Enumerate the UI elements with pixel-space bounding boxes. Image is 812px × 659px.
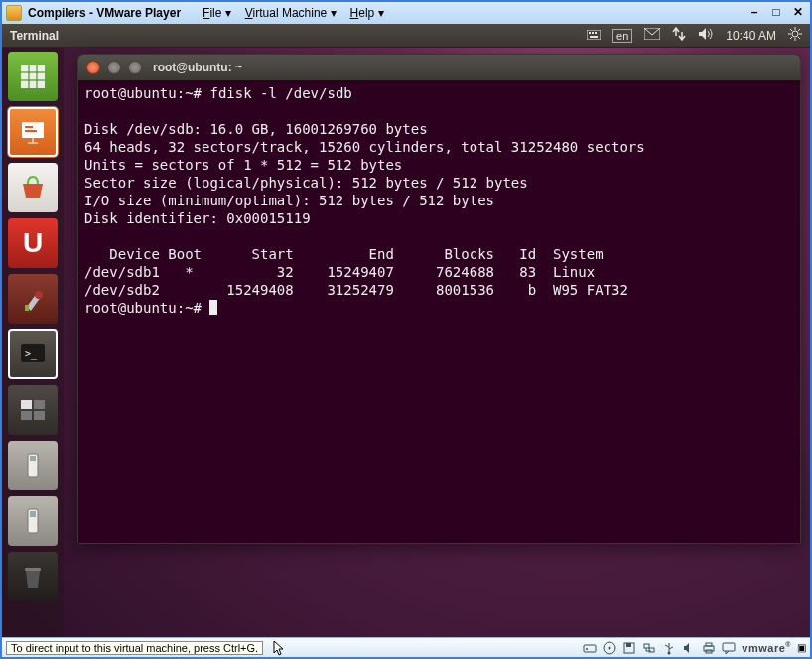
terminal-window[interactable]: root@ubuntu: ~ root@ubuntu:~# fdisk -l /… [77,54,801,544]
vmware-status-bar: To direct input to this virtual machine,… [2,637,810,657]
svg-rect-1 [589,32,591,34]
svg-rect-31 [21,411,32,420]
vmware-input-hint: To direct input to this virtual machine,… [6,641,263,655]
svg-point-41 [609,646,611,649]
ubuntu-top-bar: Terminal en 10:40 AM [2,24,810,48]
ubuntu-one-glyph: U [23,227,43,259]
vmware-logo: vmware® [742,641,791,654]
mail-indicator-icon[interactable] [644,28,660,43]
svg-rect-3 [595,32,597,34]
terminal-titlebar[interactable]: root@ubuntu: ~ [78,55,800,80]
svg-rect-38 [584,645,596,652]
vmware-window-title: Compilers - VMware Player [28,6,181,20]
svg-rect-4 [590,36,598,38]
terminal-command: fdisk -l /dev/sdb [209,85,351,101]
svg-rect-51 [706,643,712,646]
svg-point-39 [586,648,588,650]
guest-desktop[interactable]: Terminal en 10:40 AM U >_ [2,24,810,637]
tray-sound-icon[interactable] [682,641,696,655]
terminal-close-button[interactable] [86,61,100,74]
vmware-menu-help[interactable]: Help ▾ [344,5,390,21]
tray-floppy-icon[interactable] [622,641,636,655]
svg-rect-43 [626,643,631,647]
tray-usb-icon[interactable] [662,641,676,655]
keyboard-indicator-icon[interactable] [587,29,601,43]
terminal-prompt-2: root@ubuntu:~# [84,300,202,316]
svg-point-25 [35,291,43,299]
session-gear-icon[interactable] [788,27,802,44]
svg-rect-22 [25,130,37,132]
svg-rect-21 [25,126,33,128]
vmware-maximize-button[interactable]: □ [768,6,784,20]
svg-rect-32 [34,411,45,420]
terminal-prompt: root@ubuntu:~# [84,85,202,101]
vmware-minimize-button[interactable]: – [746,6,762,20]
launcher-libreoffice-calc[interactable] [8,52,58,101]
clock[interactable]: 10:40 AM [726,29,776,43]
active-app-label: Terminal [10,29,59,43]
terminal-body[interactable]: root@ubuntu:~# fdisk -l /dev/sdb Disk /d… [78,80,800,543]
tray-cd-icon[interactable] [603,641,616,655]
launcher-terminal[interactable]: >_ [8,330,58,379]
svg-line-12 [798,37,800,39]
svg-rect-36 [30,511,36,517]
svg-line-14 [790,37,792,39]
launcher-software-center[interactable] [8,163,58,212]
svg-line-13 [798,29,800,31]
vmware-expand-icon[interactable]: ▣ [797,642,806,653]
launcher-libreoffice-impress[interactable] [8,107,58,157]
svg-rect-53 [723,643,735,651]
vmware-menu-vm[interactable]: Virtual Machine ▾ [239,5,342,21]
vmware-close-button[interactable]: ✕ [790,6,806,20]
terminal-title: root@ubuntu: ~ [153,61,242,74]
tray-hdd-icon[interactable] [583,641,597,655]
svg-rect-26 [25,305,29,311]
svg-rect-2 [592,32,594,34]
launcher-ubuntu-one[interactable]: U [8,218,58,268]
tray-message-icon[interactable] [722,641,736,655]
terminal-maximize-button[interactable] [128,61,142,74]
vmware-menu-file[interactable]: File ▾ [197,5,237,21]
launcher-trash[interactable] [8,552,58,601]
svg-rect-29 [21,400,32,409]
launcher-workspace-switcher[interactable] [8,385,58,435]
vmware-app-icon [6,5,22,21]
network-indicator-icon[interactable] [672,27,686,44]
terminal-minimize-button[interactable] [107,61,121,74]
svg-point-6 [792,31,798,37]
sound-indicator-icon[interactable] [698,27,714,44]
launcher-removable-1[interactable] [8,441,58,490]
cursor-icon [273,640,285,656]
terminal-cursor [209,300,217,315]
svg-text:>_: >_ [25,348,38,360]
svg-rect-15 [21,65,45,88]
svg-rect-34 [30,456,36,461]
svg-rect-30 [34,400,45,409]
svg-line-11 [790,29,792,31]
svg-rect-37 [25,568,41,571]
language-indicator[interactable]: en [612,29,632,43]
tray-net-icon[interactable] [642,641,656,655]
tray-printer-icon[interactable] [702,641,716,655]
terminal-output: Disk /dev/sdb: 16.0 GB, 16001269760 byte… [84,121,645,298]
vmware-titlebar[interactable]: Compilers - VMware Player File ▾ Virtual… [2,2,810,24]
launcher-removable-2[interactable] [8,496,58,546]
unity-launcher: U >_ [2,48,64,637]
svg-rect-0 [587,30,601,40]
launcher-system-settings[interactable] [8,274,58,324]
svg-rect-44 [644,644,649,648]
